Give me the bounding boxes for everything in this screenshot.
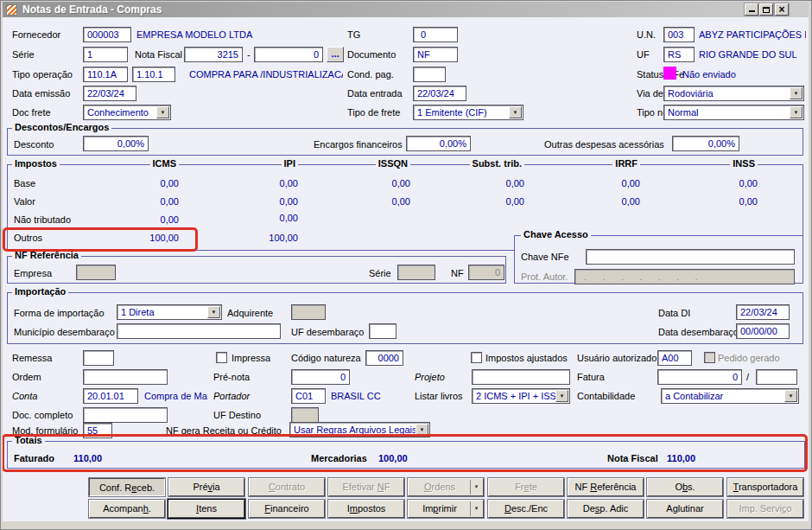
tipo-operacao-code1-input[interactable]: 110.1A <box>83 67 128 82</box>
chevron-down-icon[interactable]: ▼ <box>470 501 482 516</box>
browse-nota-fiscal-button[interactable]: ... <box>327 47 344 62</box>
minimize-button[interactable] <box>745 3 758 16</box>
faturado-value: 110,00 <box>73 453 102 463</box>
chevron-down-icon[interactable]: ▼ <box>790 106 802 118</box>
impressa-checkbox[interactable] <box>216 352 227 363</box>
obs-button[interactable]: Obs. <box>647 478 723 496</box>
button-label: Financeiro <box>264 503 308 514</box>
un-name: ABYZ PARTICIPAÇÕES E <box>699 29 806 40</box>
fornecedor-input[interactable]: 000003 <box>83 27 131 42</box>
imp-servico-button: Imp. Serviço <box>727 500 803 518</box>
remessa-input[interactable] <box>83 350 114 366</box>
via-transporte-value: Rodoviária <box>668 88 714 99</box>
nota-fiscal-suffix-input[interactable]: 0 <box>254 47 323 62</box>
chevron-down-icon[interactable]: ▼ <box>555 390 568 402</box>
desp-adic-button[interactable]: Desp. Adic <box>568 500 644 518</box>
serie-input[interactable]: 1 <box>83 47 128 62</box>
previa-button[interactable]: Prévia <box>168 478 244 496</box>
close-button[interactable]: × <box>775 3 789 16</box>
data-entrada-input[interactable]: 22/03/24 <box>413 86 466 101</box>
impostos-button[interactable]: Impostos <box>328 500 404 518</box>
button-label: Impostos <box>347 503 386 514</box>
transportadora-button[interactable]: Transportadora <box>727 478 803 496</box>
window-notas-de-entrada: Notas de Entrada - Compras × Fornecedor … <box>0 0 812 530</box>
impostos-ajustados-checkbox[interactable] <box>471 352 482 363</box>
tg-input[interactable]: 0 <box>413 27 458 42</box>
pedido-gerado-label: Pedido gerado <box>718 353 780 363</box>
button-label: Frete <box>515 482 537 492</box>
maximize-icon <box>763 7 770 13</box>
chave-nfe-input[interactable] <box>586 249 795 265</box>
pre-nota-input[interactable]: 0 <box>291 369 350 385</box>
chevron-down-icon[interactable]: ▼ <box>784 390 797 402</box>
uf-name: RIO GRANDE DO SUL <box>699 49 797 60</box>
titlebar[interactable]: Notas de Entrada - Compras × <box>3 2 809 17</box>
data-entrada-label: Data entrada <box>347 88 403 99</box>
via-transporte-select[interactable]: Rodoviária▼ <box>663 86 804 101</box>
un-input[interactable]: 003 <box>663 27 695 42</box>
chevron-down-icon[interactable]: ▼ <box>509 106 522 118</box>
data-emissao-input[interactable]: 22/03/24 <box>83 86 136 101</box>
mod-formulario-input[interactable]: 55 <box>83 423 112 438</box>
fatura-input[interactable]: 0 <box>657 369 742 385</box>
imprimir-button[interactable]: Imprimir▼ <box>408 500 484 518</box>
doc-frete-label: Doc frete <box>12 107 51 118</box>
chevron-down-icon[interactable]: ▼ <box>790 87 802 99</box>
button-label: Desc./Enc <box>504 503 548 514</box>
nf-gera-select[interactable]: Usar Regras Arquivos Legais▼ <box>289 422 430 437</box>
window-edge-left <box>0 0 3 530</box>
nota-fiscal-input[interactable]: 3215 <box>184 47 243 62</box>
button-label: Imprimir <box>422 503 457 514</box>
tipo-frete-select[interactable]: 1 Emitente (CIF)▼ <box>413 105 523 120</box>
portador-input[interactable]: C01 <box>291 388 326 404</box>
conta-input[interactable]: 20.01.01 <box>83 388 138 404</box>
outras-despesas-input[interactable]: 0,00% <box>672 136 739 151</box>
forma-importacao-select[interactable]: 1 Direta▼ <box>117 304 222 320</box>
ordem-label: Ordem <box>12 372 41 382</box>
chevron-down-icon[interactable]: ▼ <box>416 424 428 436</box>
tipo-operacao-code2-input[interactable]: 1.10.1 <box>132 67 175 82</box>
doc-completo-input[interactable] <box>83 407 168 423</box>
codigo-natureza-label: Código natureza <box>291 353 361 363</box>
desc-enc-button[interactable]: Desc./Enc <box>488 500 564 518</box>
tax-cell: 100,00 <box>229 233 298 243</box>
acompanh-button[interactable]: Acompanh. <box>89 500 165 518</box>
ordem-input[interactable] <box>83 369 168 385</box>
contabilidade-select[interactable]: a Contabilizar▼ <box>661 388 799 404</box>
button-label: Ordens <box>424 482 455 492</box>
projeto-input[interactable] <box>472 369 570 385</box>
adquirente-input <box>291 304 326 320</box>
doc-frete-select[interactable]: Conhecimento▼ <box>83 105 171 120</box>
button-label: Desp. Adic <box>583 503 629 514</box>
cond-pag-label: Cond. pag. <box>347 69 394 80</box>
conf-receb-button[interactable]: Conf. Receb. <box>89 478 165 496</box>
nf-referencia-title: NF Referência <box>12 250 81 260</box>
itens-button[interactable]: Itens <box>168 500 244 518</box>
chevron-down-icon[interactable]: ▼ <box>156 106 169 118</box>
financeiro-button[interactable]: Financeiro <box>249 500 325 518</box>
chevron-down-icon[interactable]: ▼ <box>207 306 220 318</box>
uf-input[interactable]: RS <box>663 47 695 62</box>
codigo-natureza-input[interactable]: 0000 <box>365 350 403 366</box>
tipo-nota-select[interactable]: Normal▼ <box>663 105 804 120</box>
tax-column-header: IRRF <box>612 158 640 169</box>
encargos-input[interactable]: 0,00% <box>406 136 471 151</box>
aglutinar-button[interactable]: Aglutinar <box>647 500 723 518</box>
nf-referencia-button[interactable]: NF Referência <box>568 478 644 496</box>
data-di-input[interactable]: 22/03/24 <box>736 304 790 320</box>
desconto-input[interactable]: 0,00% <box>83 136 149 151</box>
data-desembaraco-input[interactable]: 00/00/00 <box>736 323 790 339</box>
municipio-desembaraco-input[interactable] <box>117 323 281 339</box>
cond-pag-input[interactable] <box>413 67 446 82</box>
chevron-down-icon: ▼ <box>470 480 482 495</box>
descontos-title: Descontos/Encargos <box>12 122 111 132</box>
uf-desembaraco-input[interactable] <box>369 323 396 339</box>
close-icon: × <box>778 5 784 14</box>
serie-label: Série <box>12 49 35 60</box>
tipo-frete-label: Tipo de frete <box>347 107 400 118</box>
listar-livros-select[interactable]: 2 ICMS + IPI + ISS▼ <box>472 388 570 404</box>
fatura-parcela-input[interactable] <box>756 369 797 385</box>
maximize-button[interactable] <box>759 3 773 16</box>
usuario-autorizado-input[interactable]: A00 <box>657 350 692 366</box>
documento-input[interactable]: NF <box>413 47 458 62</box>
